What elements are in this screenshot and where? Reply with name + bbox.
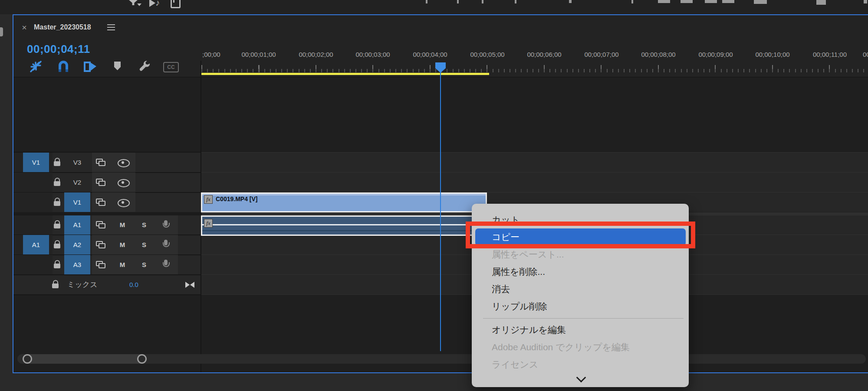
timeline-settings-wrench-icon[interactable] — [138, 60, 151, 75]
toolbar-icon-sliver — [864, 0, 867, 3]
fx-badge-icon[interactable]: fx — [204, 219, 213, 228]
lock-icon[interactable] — [54, 240, 61, 249]
track-name-v2[interactable]: V2 — [64, 173, 90, 192]
ruler-tick-label: 00;00;04;00 — [404, 51, 456, 58]
snap-magnet-icon[interactable] — [57, 61, 69, 74]
zoom-handle-right[interactable] — [137, 354, 147, 364]
ruler-tick-label: 00;00;07;00 — [575, 51, 628, 58]
panel-border-bottom — [13, 372, 868, 373]
track-target-icon[interactable] — [96, 179, 106, 186]
keyframe-navigator-icon[interactable] — [190, 282, 194, 288]
toggle-track-output-eye-icon[interactable] — [118, 159, 130, 167]
voice-over-record-mic-icon[interactable] — [163, 240, 168, 249]
toolbar-icon-sliver — [754, 0, 767, 4]
toggle-track-output-eye-icon[interactable] — [118, 199, 130, 207]
track-name-a3-targeted[interactable]: A3 — [64, 255, 90, 274]
video-clip-label: C0019.MP4 [V] — [216, 196, 257, 202]
fx-badge-icon[interactable]: fx — [204, 195, 213, 204]
ruler-tick-label: 00;00;10;00 — [746, 51, 799, 58]
toolbar-icon-sliver — [631, 0, 633, 3]
music-note-icon: ♪ — [155, 0, 160, 8]
menu-item-clear[interactable]: 消去 — [472, 280, 689, 298]
lock-icon[interactable] — [54, 198, 61, 206]
solo-track-button[interactable]: S — [140, 255, 148, 274]
track-target-icon[interactable] — [96, 261, 106, 268]
track-target-icon[interactable] — [96, 199, 106, 206]
toolbar-icon-sliver — [658, 0, 670, 3]
playhead-timecode[interactable]: 00;00;04;11 — [27, 42, 90, 56]
menu-item-edit-in-audition: Adobe Audition でクリップを編集 — [472, 339, 689, 356]
ruler-tick-label: 00;00;11;00 — [804, 51, 856, 58]
toolbar-icon-sliver — [426, 0, 427, 3]
toolbar-icon-sliver — [816, 0, 826, 5]
ruler-tick-label: 00;00;09;00 — [690, 51, 742, 58]
menu-item-license: ライセンス — [472, 356, 689, 373]
lock-icon[interactable] — [54, 158, 61, 166]
solo-track-button[interactable]: S — [140, 215, 148, 235]
track-target-icon[interactable] — [96, 159, 106, 166]
linked-selection-icon[interactable] — [30, 61, 43, 75]
voice-over-record-mic-icon[interactable] — [163, 260, 168, 269]
ruler-tick-label: 00;00;12;00 — [863, 51, 868, 58]
filter-dropdown-caret-icon[interactable] — [137, 3, 141, 6]
premiere-pro-timeline: { "window": { "tab_title": "Master_20230… — [0, 0, 868, 391]
keyframe-navigator-icon[interactable] — [185, 282, 190, 288]
lock-icon[interactable] — [54, 178, 61, 186]
menu-divider — [483, 318, 684, 319]
ruler-tick-label: 00;00;05;00 — [461, 51, 513, 58]
track-target-icon[interactable] — [96, 221, 106, 228]
source-patch-v1[interactable]: V1 — [23, 153, 49, 172]
track-name-a2-targeted[interactable]: A2 — [64, 235, 90, 254]
mix-track-label: ミックス — [67, 275, 98, 294]
track-name-a1-targeted[interactable]: A1 — [64, 215, 90, 235]
menu-item-remove-attributes[interactable]: 属性を削除... — [472, 263, 689, 280]
mute-track-button[interactable]: M — [118, 215, 127, 235]
ruler-tick-label: 00;00;02;00 — [290, 51, 342, 58]
track-name-v1-targeted[interactable]: V1 — [64, 192, 90, 212]
voice-over-record-mic-icon[interactable] — [163, 220, 168, 230]
panel-menu-icon[interactable] — [107, 24, 115, 30]
track-target-icon[interactable] — [96, 241, 106, 248]
adjacent-panel-sliver — [0, 27, 3, 36]
menu-item-ripple-delete[interactable]: リップル削除 — [472, 298, 689, 315]
menu-item-paste-attributes: 属性をペースト... — [472, 246, 689, 263]
lock-icon[interactable] — [52, 280, 59, 289]
close-tab-icon[interactable]: ✕ — [20, 24, 28, 32]
zoom-handle-left[interactable] — [23, 354, 32, 364]
ruler-tick-label: 00;00;03;00 — [347, 51, 399, 58]
toolbar-icon-sliver — [457, 0, 459, 3]
panel-border-top — [13, 14, 868, 15]
lock-icon[interactable] — [54, 220, 61, 229]
nested-sequence-icon[interactable] — [84, 61, 97, 75]
ruler-tick-label: 00;00;06;00 — [518, 51, 570, 58]
menu-scroll-chevron-down-icon[interactable] — [576, 373, 586, 383]
source-patch-a1[interactable]: A1 — [23, 235, 49, 254]
scrollbar-thumb[interactable] — [24, 354, 145, 364]
toolbar-icon-sliver — [705, 0, 717, 3]
track-name-v3[interactable]: V3 — [64, 153, 90, 172]
filter-funnel-icon[interactable] — [129, 0, 138, 5]
ruler-tick-label: 00;00;01;00 — [233, 51, 285, 58]
closed-captions-icon[interactable]: CC — [163, 62, 179, 72]
mute-track-button[interactable]: M — [118, 235, 127, 254]
video-audio-divider[interactable] — [13, 212, 201, 215]
toolbar-icon-sliver — [482, 0, 483, 3]
lock-icon[interactable] — [54, 260, 61, 269]
audio-clip-c0019[interactable] — [201, 215, 487, 236]
toggle-track-output-eye-icon[interactable] — [118, 179, 130, 187]
mute-track-button[interactable]: M — [118, 255, 127, 274]
playhead-line[interactable] — [440, 66, 441, 351]
panel-border-left — [13, 14, 13, 373]
mix-volume-value[interactable]: 0.0 — [129, 275, 138, 294]
menu-item-edit-original[interactable]: オリジナルを編集 — [472, 321, 689, 339]
ruler-tick-label: 00;00;08;00 — [632, 51, 684, 58]
annotation-highlight-box — [466, 222, 695, 248]
ruler-minor-ticks[interactable] — [201, 69, 868, 72]
render-preview-bar — [201, 73, 489, 75]
solo-track-button[interactable]: S — [140, 235, 148, 254]
export-arrow-icon — [173, 0, 177, 3]
toolbar-icon-sliver — [722, 0, 734, 3]
sequence-tab-title[interactable]: Master_20230518 — [34, 23, 91, 31]
play-audio-icon[interactable] — [149, 0, 155, 7]
toolbar-icon-sliver — [681, 0, 693, 3]
